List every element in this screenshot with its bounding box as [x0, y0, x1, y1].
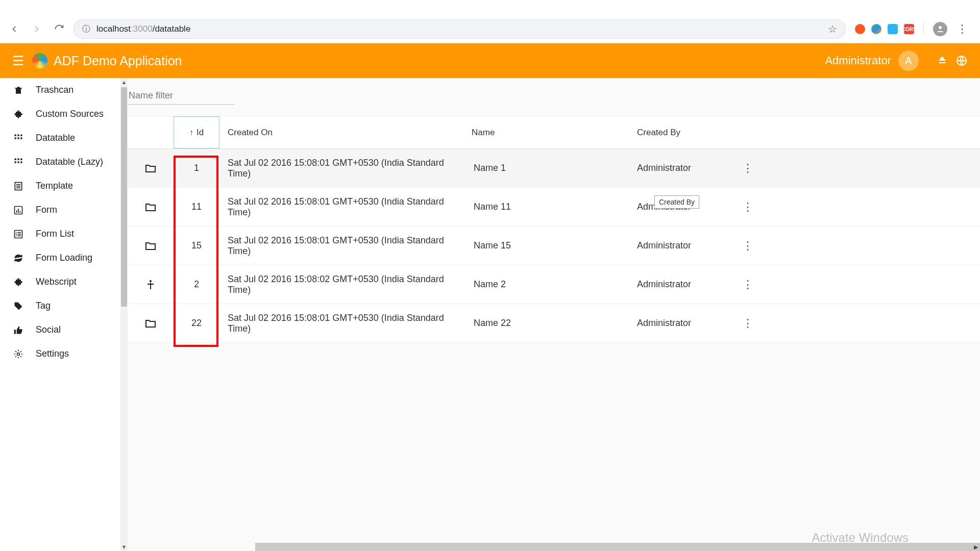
scroll-up-icon[interactable]: ▲: [121, 78, 127, 86]
chart-icon: [13, 205, 24, 215]
cell-created-on: Sat Jul 02 2016 15:08:01 GMT+0530 (India…: [219, 313, 470, 334]
svg-rect-5: [20, 134, 22, 136]
bookmark-icon[interactable]: ☆: [828, 23, 837, 35]
menu-icon[interactable]: ☰: [12, 53, 24, 69]
sidebar-item[interactable]: Tag: [0, 294, 128, 318]
sidebar-item[interactable]: Trashcan: [0, 78, 128, 102]
row-actions-button[interactable]: ⋮: [735, 162, 761, 175]
sidebar-item-label: Webscript: [36, 277, 77, 287]
sidebar-item-label: Form: [36, 205, 57, 215]
divider: [923, 23, 924, 35]
column-header-created-on[interactable]: Created On: [219, 128, 470, 138]
cell-name: Name 11: [470, 202, 633, 212]
extension-cors-icon[interactable]: CORS: [904, 24, 914, 34]
folder-icon: [128, 317, 174, 330]
sidebar-item[interactable]: Form Loading: [0, 246, 128, 270]
cell-created-by: Administrator: [633, 240, 735, 251]
cell-created-on: Sat Jul 02 2016 15:08:02 GMT+0530 (India…: [219, 274, 470, 295]
cell-id: 11: [174, 202, 219, 212]
svg-rect-10: [17, 158, 19, 160]
sidebar-item[interactable]: Datatable (Lazy): [0, 150, 128, 174]
sidebar-item-label: Social: [36, 324, 61, 335]
person-icon: [128, 279, 174, 291]
url-bar[interactable]: ⓘ localhost:3000/datatable ☆: [74, 19, 846, 39]
list-icon: [13, 229, 24, 239]
forward-button[interactable]: [32, 24, 42, 34]
table-row[interactable]: 1Sat Jul 02 2016 15:08:01 GMT+0530 (Indi…: [128, 149, 980, 188]
browser-menu-icon[interactable]: ⋮: [953, 22, 971, 36]
sidebar-item[interactable]: Settings: [0, 342, 128, 366]
sidebar-item[interactable]: Datatable: [0, 126, 128, 150]
table-row[interactable]: 15Sat Jul 02 2016 15:08:01 GMT+0530 (Ind…: [128, 227, 980, 265]
folder-icon: [128, 162, 174, 174]
sidebar-item-label: Settings: [36, 348, 69, 359]
extension-icon: [13, 109, 24, 119]
grid-icon: [13, 157, 24, 167]
svg-rect-14: [20, 161, 22, 163]
grid-icon: [13, 133, 24, 143]
svg-rect-3: [15, 134, 16, 136]
theme-icon[interactable]: [936, 55, 948, 67]
scroll-thumb[interactable]: [121, 87, 127, 307]
horizontal-scrollbar[interactable]: ▶: [255, 543, 980, 551]
row-actions-button[interactable]: ⋮: [735, 239, 761, 253]
extension-icon[interactable]: [855, 24, 865, 34]
reload-button[interactable]: [54, 24, 64, 34]
sidebar-item-label: Form List: [36, 229, 74, 239]
sidebar-item-label: Form Loading: [36, 253, 92, 263]
url-path: /datatable: [153, 24, 191, 34]
row-actions-button[interactable]: ⋮: [735, 201, 761, 214]
row-actions-button[interactable]: ⋮: [735, 317, 761, 330]
sidebar-item-label: Trashcan: [36, 85, 74, 95]
app-title: ADF Demo Application: [54, 54, 182, 68]
svg-point-31: [150, 280, 152, 282]
svg-point-0: [939, 26, 942, 29]
sidebar-item[interactable]: Form List: [0, 222, 128, 246]
trash-icon: [13, 85, 24, 95]
site-info-icon[interactable]: ⓘ: [82, 24, 90, 35]
extension-icon[interactable]: [888, 24, 898, 34]
sidebar-item[interactable]: Social: [0, 318, 128, 342]
profile-avatar[interactable]: [933, 22, 947, 36]
svg-rect-20: [16, 210, 17, 213]
sidebar-item-label: Template: [36, 181, 73, 191]
sidebar-item[interactable]: Template: [0, 174, 128, 198]
column-header-id[interactable]: ↑ Id: [174, 116, 219, 148]
row-actions-button[interactable]: ⋮: [735, 278, 761, 291]
svg-rect-12: [15, 161, 16, 163]
sidebar-scrollbar[interactable]: ▲ ▼: [120, 78, 128, 551]
cell-name: Name 15: [470, 240, 633, 251]
sidebar: TrashcanCustom SourcesDatatableDatatable…: [0, 78, 128, 551]
back-button[interactable]: [9, 24, 19, 34]
sidebar-item[interactable]: Custom Sources: [0, 102, 128, 126]
sync-icon: [13, 253, 24, 263]
table-row[interactable]: 11Sat Jul 02 2016 15:08:01 GMT+0530 (Ind…: [128, 188, 980, 227]
folder-icon: [128, 240, 174, 252]
cell-name: Name 22: [470, 318, 633, 329]
sidebar-item[interactable]: Form: [0, 198, 128, 222]
language-icon[interactable]: [955, 55, 968, 67]
scroll-down-icon[interactable]: ▼: [121, 543, 127, 551]
name-filter-input[interactable]: [128, 87, 235, 105]
template-icon: [13, 181, 24, 191]
sidebar-item-label: Datatable: [36, 133, 75, 143]
cell-name: Name 2: [470, 279, 633, 290]
column-id-label: Id: [197, 128, 204, 138]
cell-created-by: Administrator: [633, 163, 735, 173]
table-row[interactable]: 22Sat Jul 02 2016 15:08:01 GMT+0530 (Ind…: [128, 304, 980, 343]
table-row[interactable]: 2Sat Jul 02 2016 15:08:02 GMT+0530 (Indi…: [128, 265, 980, 304]
svg-rect-13: [17, 161, 19, 163]
scroll-right-icon[interactable]: ▶: [972, 544, 980, 550]
sidebar-item[interactable]: Webscript: [0, 270, 128, 294]
extension-icon[interactable]: [871, 24, 881, 34]
svg-rect-27: [17, 232, 21, 233]
sidebar-item-label: Tag: [36, 300, 51, 311]
column-header-created-by[interactable]: Created By: [633, 128, 735, 138]
url-host: localhost: [96, 24, 131, 34]
cell-id: 15: [174, 240, 219, 251]
column-header-name[interactable]: Name: [470, 128, 633, 138]
svg-rect-25: [16, 234, 17, 235]
user-avatar[interactable]: A: [898, 51, 919, 71]
thumb-icon: [13, 325, 24, 335]
extension-icon: [13, 277, 24, 287]
